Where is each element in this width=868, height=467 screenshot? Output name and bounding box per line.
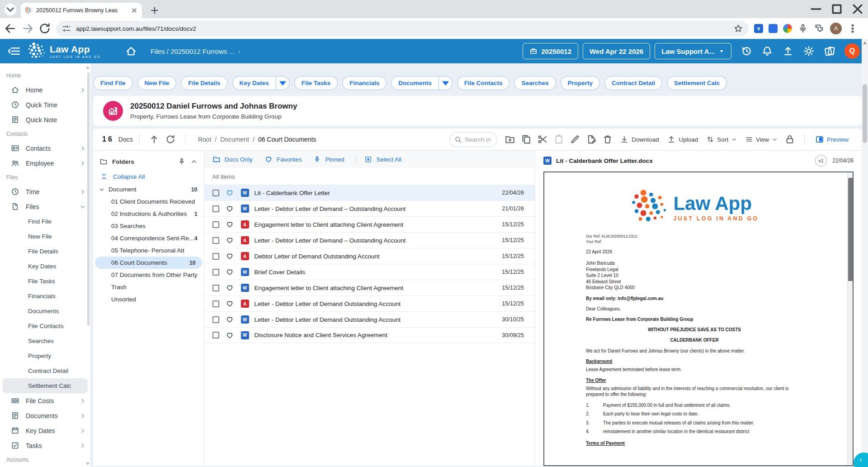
folder-item[interactable]: Unsorted [93, 293, 204, 305]
select-all-button[interactable]: Select All [364, 156, 401, 163]
cards-icon[interactable] [824, 45, 835, 57]
document-row[interactable]: W Engagement letter to Client attaching … [204, 280, 535, 295]
forward-button[interactable] [21, 22, 34, 35]
sidebar-item[interactable]: Home [0, 69, 90, 82]
module-tab[interactable]: Settlement Calc [667, 76, 727, 90]
page-scroll-thumb[interactable] [863, 84, 867, 143]
sidebar-item[interactable]: File Contacts [0, 319, 90, 334]
sidebar-item[interactable]: Home [0, 82, 90, 97]
module-tab[interactable]: Financials [342, 76, 387, 90]
collapse-all-button[interactable]: Collapse All [93, 170, 204, 183]
delete-trash-icon[interactable] [602, 134, 613, 145]
pinned-filter[interactable]: Pinned [313, 156, 344, 163]
favorite-heart-icon[interactable] [226, 315, 234, 324]
extensions-puzzle-icon[interactable] [814, 23, 825, 34]
row-checkbox[interactable] [212, 300, 219, 307]
sidebar-item[interactable]: File Tasks [0, 274, 90, 289]
favorites-filter[interactable]: Favorites [264, 155, 302, 163]
refresh-button[interactable] [38, 22, 52, 35]
tab-close-icon[interactable] [130, 6, 138, 14]
module-tab[interactable]: File Details [181, 76, 227, 90]
favorite-heart-icon[interactable] [226, 300, 234, 308]
download-button[interactable]: Download [620, 135, 659, 144]
favorite-heart-icon[interactable] [226, 220, 234, 229]
module-tab[interactable]: New File [137, 76, 177, 90]
page-scrollbar[interactable] [862, 39, 868, 467]
row-checkbox[interactable] [212, 190, 219, 196]
sidebar-item[interactable]: Contract Detail [0, 363, 90, 378]
breadcrumb-root[interactable]: Root [198, 136, 212, 143]
row-checkbox[interactable] [212, 332, 219, 338]
document-row[interactable]: A Letter - Debtor Letter of Demand Outst… [204, 295, 535, 311]
docs-only-filter[interactable]: Docs Only [212, 155, 253, 163]
new-tab-button[interactable] [149, 5, 160, 16]
extension-color-icon[interactable] [783, 24, 792, 33]
folder-item[interactable]: Document 10 [93, 183, 204, 195]
favorite-heart-icon[interactable] [226, 268, 234, 276]
sidebar-item[interactable]: Property [0, 348, 90, 363]
row-checkbox[interactable] [212, 253, 219, 260]
copy-icon[interactable] [521, 134, 532, 145]
row-checkbox[interactable] [212, 269, 219, 276]
matter-number-button[interactable]: 20250012 [523, 43, 578, 59]
folder-item[interactable]: Trash [93, 281, 204, 293]
cut-scissors-icon[interactable] [537, 134, 548, 145]
folder-up-icon[interactable] [149, 134, 160, 145]
account-dropdown[interactable]: Law Support A... [655, 43, 731, 59]
theme-sun-icon[interactable] [803, 45, 815, 57]
folder-item[interactable]: 05 Telephone- Personal Att [93, 244, 204, 257]
sidebar-item[interactable]: Key Dates [0, 259, 90, 274]
folder-item[interactable]: 03 Searches [93, 220, 204, 232]
new-folder-icon[interactable] [505, 134, 515, 145]
refresh-docs-icon[interactable] [165, 134, 176, 145]
breadcrumb-mid[interactable]: Document [220, 136, 249, 143]
sort-button[interactable]: Sort [706, 135, 737, 143]
sidebar-item[interactable]: New File [0, 229, 90, 244]
sidebar-scroll-up[interactable] [86, 66, 90, 69]
module-tab[interactable]: File Contacts [457, 76, 510, 90]
document-row[interactable]: W Disclosure Notice and Client Services … [204, 327, 535, 343]
row-checkbox[interactable] [212, 221, 219, 228]
document-row[interactable]: W Lit - Calderbank Offer Letter 22/04/26 [204, 185, 535, 200]
sidebar-item[interactable]: Quick Time [0, 97, 90, 112]
folder-item[interactable]: 07 Documents from Other Party [93, 269, 204, 281]
sidebar-item[interactable]: Documents [0, 408, 90, 423]
sidebar-item[interactable]: Tasks [0, 438, 90, 453]
lock-icon[interactable] [784, 134, 795, 145]
module-tab[interactable]: Key Dates [232, 76, 290, 90]
search-input[interactable]: Search in [449, 132, 497, 147]
back-button[interactable] [4, 22, 17, 35]
document-row[interactable]: A Engagement letter to Client attaching … [204, 216, 535, 232]
document-row[interactable]: W Letter - Debtor Letter of Demand – Out… [204, 200, 535, 216]
sidebar-item[interactable]: Employee [0, 156, 90, 171]
sidebar-item[interactable]: Contacts [0, 141, 90, 156]
sidebar-item[interactable]: Quick Note [0, 112, 90, 127]
app-logo[interactable]: Law App JUST LOG IN AND GO [27, 42, 101, 61]
edit-document-icon[interactable] [586, 134, 597, 145]
user-avatar[interactable]: Q [844, 43, 860, 59]
mic-icon[interactable] [797, 23, 808, 34]
sidebar-item[interactable]: Financials [0, 289, 90, 304]
row-checkbox[interactable] [212, 237, 219, 244]
favorite-heart-icon[interactable] [226, 284, 234, 292]
favorite-heart-icon[interactable] [226, 236, 234, 244]
window-close-button[interactable] [847, 0, 868, 18]
sidebar-item[interactable]: Accounts [0, 453, 90, 467]
address-bar[interactable]: app2.lawsupport.com.au/files/71/docs/doc… [56, 21, 749, 36]
sidebar-item[interactable]: Time [0, 184, 90, 199]
sidebar-item[interactable]: Key Dates [0, 423, 90, 438]
browser-tab[interactable]: 20250012 Furrows Browny Leas [21, 3, 142, 18]
preview-toggle-button[interactable]: Preview [815, 135, 849, 144]
favorite-heart-icon[interactable] [226, 331, 234, 339]
document-row[interactable]: A Debtor Letter of Demand Outstanding Ac… [204, 248, 535, 264]
chevron-down-icon[interactable] [99, 186, 105, 193]
favorite-heart-icon[interactable] [226, 205, 234, 213]
paste-clipboard-icon[interactable] [553, 134, 564, 145]
chevron-down-icon[interactable] [276, 76, 289, 90]
row-checkbox[interactable] [212, 316, 219, 323]
browser-profile-avatar[interactable]: A [830, 23, 842, 34]
row-checkbox[interactable] [212, 205, 219, 212]
chevron-down-icon[interactable] [439, 76, 452, 90]
document-scroll-thumb[interactable] [848, 178, 853, 281]
window-maximize-button[interactable] [826, 0, 847, 18]
